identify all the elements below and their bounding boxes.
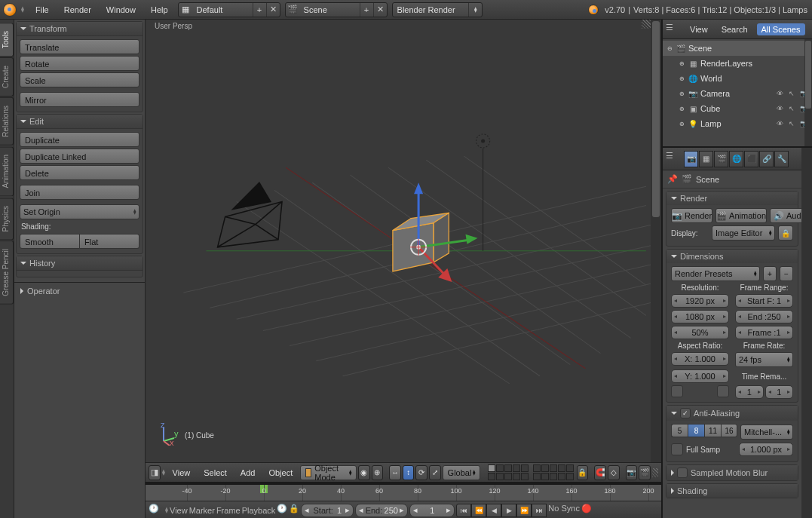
object-menu[interactable]: Object [262, 464, 299, 481]
context-modifiers[interactable]: 🔧 [774, 151, 789, 167]
restrict-select-icon[interactable]: ↖ [786, 103, 797, 114]
resolution-x-field[interactable]: ◂1920 px▸ [671, 294, 729, 308]
tl-frame-menu[interactable]: Frame [216, 506, 241, 515]
vtab-physics[interactable]: Physics [0, 198, 14, 240]
current-frame-field[interactable]: ◂1▸ [409, 504, 455, 517]
duplicate-button[interactable]: Duplicate [20, 132, 139, 147]
aa-sample-16[interactable]: 16 [721, 424, 737, 437]
snap-toggle[interactable]: 🧲 [594, 465, 606, 480]
start-frame-field[interactable]: ◂Start:1▸ [301, 504, 354, 517]
context-scene[interactable]: 🎬 [714, 151, 728, 167]
context-object[interactable]: ⬛ [744, 151, 758, 167]
duplicate-linked-button[interactable]: Duplicate Linked [20, 149, 139, 164]
outliner-row[interactable]: ⊕▦RenderLayers [663, 56, 812, 71]
outliner-row[interactable]: ⊕▣Cube👁↖📷 [663, 101, 812, 116]
outliner-tree[interactable]: ⊖🎬Scene⊕▦RenderLayers⊕🌐World⊕📷Camera👁↖📷⊕… [663, 39, 812, 146]
select-menu[interactable]: Select [198, 464, 233, 481]
layout-add-button[interactable]: + [253, 3, 266, 17]
tl-marker-menu[interactable]: Marker [189, 506, 215, 515]
frame-start-field[interactable]: ◂Start F: 1▸ [735, 294, 793, 308]
jump-start-button[interactable]: ⏮ [456, 504, 471, 517]
scale-manipulator[interactable]: ⤢ [429, 465, 441, 480]
context-constraints[interactable]: 🔗 [759, 151, 774, 167]
snap-element[interactable]: ◇ [608, 465, 620, 480]
rotate-button[interactable]: Rotate [20, 56, 139, 71]
border-checkbox[interactable] [671, 385, 683, 397]
outliner-row[interactable]: ⊕📷Camera👁↖📷 [663, 86, 812, 101]
render-panel-header[interactable]: Render [666, 192, 798, 205]
end-frame-field[interactable]: ◂End:250▸ [355, 504, 408, 517]
transform-panel-header[interactable]: Transform [17, 22, 142, 36]
vtab-grease-pencil[interactable]: Grease Pencil [0, 241, 14, 305]
set-origin-dropdown[interactable]: Set Origin [20, 204, 139, 219]
chevron-down-icon[interactable]: ⧫ [21, 6, 24, 13]
filter-size-field[interactable]: ◂1.000 px▸ [739, 443, 793, 456]
timeline-ruler[interactable]: -40-200204060801001201401601802002202402… [146, 485, 661, 501]
scene-breadcrumb[interactable]: Scene [696, 175, 719, 184]
outliner-row[interactable]: ⊕💡Lamp👁↖📷 [663, 116, 812, 131]
lock-camera-button[interactable]: 🔒 [577, 465, 589, 480]
editor-type-selector[interactable]: ◨ [149, 465, 161, 480]
frame-end-field[interactable]: ◂End :250▸ [735, 310, 793, 323]
shade-smooth-button[interactable]: Smooth [20, 234, 80, 249]
context-render-layers[interactable]: ▦ [699, 151, 713, 167]
context-render[interactable]: 📷 [684, 151, 698, 167]
play-reverse-button[interactable]: ◀ [486, 504, 501, 517]
scale-button[interactable]: Scale [20, 72, 139, 87]
region-corner-grip[interactable] [652, 468, 658, 477]
expand-icon[interactable]: ⊕ [678, 75, 685, 82]
remap-new-field[interactable]: ◂1▸ [765, 385, 794, 399]
shading-header[interactable]: Shading [666, 484, 798, 498]
translate-manipulator[interactable]: ↕ [403, 465, 415, 480]
screen-layout-dropdown[interactable]: ▦ Default + ✕ [178, 2, 280, 17]
transform-orientation[interactable]: Global⧫ [443, 465, 480, 480]
manipulator-toggle[interactable]: ↔ [389, 465, 401, 480]
motion-blur-checkbox[interactable] [677, 467, 688, 478]
3d-viewport[interactable]: User Persp [146, 20, 661, 462]
mode-selector[interactable]: Object Mode⧫ [300, 465, 357, 480]
resolution-y-field[interactable]: ◂1080 px▸ [671, 310, 729, 323]
scene-dropdown[interactable]: 🎬 Scene + ✕ [285, 2, 388, 17]
layer-buttons-a[interactable] [488, 464, 529, 480]
outliner-editor-selector[interactable]: ☰ [666, 23, 681, 36]
history-panel-header[interactable]: History [17, 256, 142, 271]
outliner-display-mode[interactable]: All Scenes [757, 23, 805, 35]
dimensions-panel-header[interactable]: Dimensions [666, 250, 798, 263]
display-mode-dropdown[interactable]: Image Editor [712, 225, 775, 241]
keyframe-next-button[interactable]: ⏩ [516, 504, 532, 517]
operator-header[interactable]: Operator [14, 283, 145, 299]
properties-editor-selector[interactable]: ☰ [666, 151, 681, 167]
preset-add-button[interactable]: + [763, 266, 777, 281]
full-sample-checkbox[interactable] [671, 443, 683, 455]
use-preview-range[interactable]: 🕐 [277, 504, 287, 517]
vtab-animation[interactable]: Animation [0, 146, 14, 196]
vtab-tools[interactable]: Tools [0, 23, 14, 57]
jump-end-button[interactable]: ⏭ [532, 504, 547, 517]
restrict-select-icon[interactable]: ↖ [786, 118, 797, 129]
aa-enable-checkbox[interactable] [680, 408, 691, 418]
auto-keyframe-button[interactable]: 🔴 [581, 504, 592, 517]
aa-sample-8[interactable]: 8 [688, 424, 704, 437]
restrict-select-icon[interactable]: ↖ [786, 88, 797, 99]
vtab-relations[interactable]: Relations [0, 97, 14, 146]
render-anim-button[interactable]: 🎬 [639, 465, 651, 480]
translate-button[interactable]: Translate [20, 39, 139, 54]
edit-panel-header[interactable]: Edit [17, 115, 142, 129]
expand-icon[interactable]: ⊕ [678, 90, 685, 97]
aa-panel-header[interactable]: Anti-Aliasing [666, 406, 798, 421]
outliner-scrollbar[interactable] [804, 39, 812, 146]
layer-buttons-b[interactable] [533, 464, 574, 480]
aa-sample-5[interactable]: 5 [671, 424, 688, 437]
render-animation-button[interactable]: 🎬Animation [715, 208, 767, 223]
chevron-icon[interactable]: ⧫ [162, 469, 165, 476]
scene-delete-button[interactable]: ✕ [373, 3, 387, 17]
lock-time-button[interactable]: 🔒 [289, 504, 299, 517]
shading-mode-button[interactable]: ◉ [358, 465, 370, 480]
resolution-pct-field[interactable]: ◂50%▸ [671, 326, 729, 339]
render-presets-dropdown[interactable]: Render Presets [671, 266, 760, 281]
expand-icon[interactable]: ⊕ [678, 121, 685, 127]
chevron-icon[interactable]: ⧫ [165, 507, 168, 513]
aa-sample-11[interactable]: 11 [704, 424, 721, 437]
frame-step-field[interactable]: ◂Frame :1▸ [735, 326, 793, 339]
remap-old-field[interactable]: ◂1▸ [735, 385, 764, 399]
